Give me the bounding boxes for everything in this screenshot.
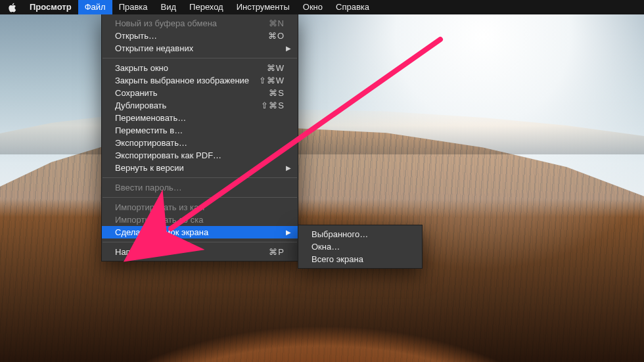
menu-separator: [103, 177, 297, 178]
submenu-item-label: Всего экрана: [311, 254, 363, 264]
file-menu-item-0-2[interactable]: Открытие недавних▶: [102, 42, 298, 55]
menu-item-label: Закрыть выбранное изображение: [115, 76, 259, 85]
menu-item-shortcut: ⌘N: [269, 18, 285, 28]
menu-separator: [103, 242, 297, 242]
file-menu-item-0-1[interactable]: Открыть…⌘O: [102, 30, 298, 42]
menu-item-label: Закрыть окно: [115, 63, 267, 73]
submenu-item-label: Окна…: [311, 242, 340, 252]
menu-item-label: Экспортировать как PDF…: [115, 150, 285, 160]
menu-separator: [103, 58, 297, 58]
apple-menu-icon[interactable]: [7, 3, 23, 12]
menu-item-shortcut: ⇧⌘W: [259, 76, 285, 85]
menu-item-6[interactable]: Справка: [329, 0, 376, 14]
file-menu-item-4-0[interactable]: Напечатать…⌘P: [102, 246, 298, 258]
menu-item-label: Дублировать: [115, 101, 261, 110]
menu-item-label: Сохранить: [115, 88, 269, 98]
submenu-arrow-icon: ▶: [286, 229, 291, 236]
screenshot-submenu: Выбранного…Окна…Всего экрана: [298, 225, 423, 269]
submenu-item-label: Выбранного…: [311, 229, 368, 239]
menu-item-label: Новый из буфера обмена: [115, 18, 269, 28]
menu-item-label: Напечатать…: [115, 247, 269, 257]
menu-item-label: Сделать снимок экрана: [115, 227, 285, 237]
file-menu-item-1-1[interactable]: Закрыть выбранное изображение⇧⌘W: [102, 74, 298, 87]
file-menu-item-3-1: Импортировать со ска: [102, 214, 298, 226]
file-menu-item-1-5[interactable]: Переместить в…: [102, 124, 298, 137]
menu-item-shortcut: ⌘P: [269, 247, 285, 257]
menu-item-label: Импортировать со ска: [115, 215, 285, 225]
menu-bar: Просмотр ФайлПравкаВидПереходИнструменты…: [0, 0, 644, 14]
menu-item-label: Вернуть к версии: [115, 163, 285, 173]
menu-item-shortcut: ⌘S: [269, 88, 285, 98]
file-menu-item-3-0: Импортировать из кам: [102, 201, 298, 214]
menu-item-0[interactable]: Файл: [78, 0, 112, 14]
desktop-wallpaper: [0, 0, 644, 362]
file-menu-item-1-4[interactable]: Переименовать…: [102, 112, 298, 124]
menu-item-1[interactable]: Правка: [112, 0, 154, 14]
file-menu-item-0-0: Новый из буфера обмена⌘N: [102, 17, 298, 30]
file-menu-item-1-8[interactable]: Вернуть к версии▶: [102, 162, 298, 174]
screenshot-submenu-item-0[interactable]: Выбранного…: [298, 228, 422, 240]
menu-item-label: Экспортировать…: [115, 138, 285, 148]
menu-item-label: Ввести пароль…: [115, 183, 285, 192]
menu-item-shortcut: ⌘W: [267, 63, 285, 73]
file-menu-item-1-0[interactable]: Закрыть окно⌘W: [102, 62, 298, 74]
submenu-arrow-icon: ▶: [286, 164, 291, 171]
file-menu-item-1-7[interactable]: Экспортировать как PDF…: [102, 149, 298, 162]
file-menu-item-1-6[interactable]: Экспортировать…: [102, 137, 298, 149]
viewport: Просмотр ФайлПравкаВидПереходИнструменты…: [0, 0, 644, 362]
menu-item-label: Переместить в…: [115, 125, 285, 135]
app-name[interactable]: Просмотр: [23, 0, 78, 14]
menu-item-3[interactable]: Переход: [183, 0, 230, 14]
menu-item-4[interactable]: Инструменты: [230, 0, 296, 14]
file-menu-item-2-0: Ввести пароль…: [102, 181, 298, 194]
menu-item-label: Импортировать из кам: [115, 202, 285, 212]
submenu-arrow-icon: ▶: [286, 45, 291, 52]
menu-item-label: Открыть…: [115, 31, 268, 41]
file-menu-item-1-2[interactable]: Сохранить⌘S: [102, 87, 298, 99]
menu-item-5[interactable]: Окно: [296, 0, 329, 14]
menu-item-label: Открытие недавних: [115, 43, 285, 53]
menu-item-label: Переименовать…: [115, 113, 285, 123]
file-menu-item-3-2[interactable]: Сделать снимок экрана▶: [102, 226, 298, 238]
screenshot-submenu-item-2[interactable]: Всего экрана: [298, 253, 422, 265]
menu-separator: [103, 197, 297, 198]
menu-item-2[interactable]: Вид: [154, 0, 183, 14]
menu-item-shortcut: ⌘O: [268, 31, 285, 41]
file-menu-item-1-3[interactable]: Дублировать⇧⌘S: [102, 99, 298, 112]
file-menu-dropdown: Новый из буфера обмена⌘NОткрыть…⌘OОткрыт…: [101, 14, 298, 261]
screenshot-submenu-item-1[interactable]: Окна…: [298, 240, 422, 253]
menu-item-shortcut: ⇧⌘S: [261, 101, 285, 110]
